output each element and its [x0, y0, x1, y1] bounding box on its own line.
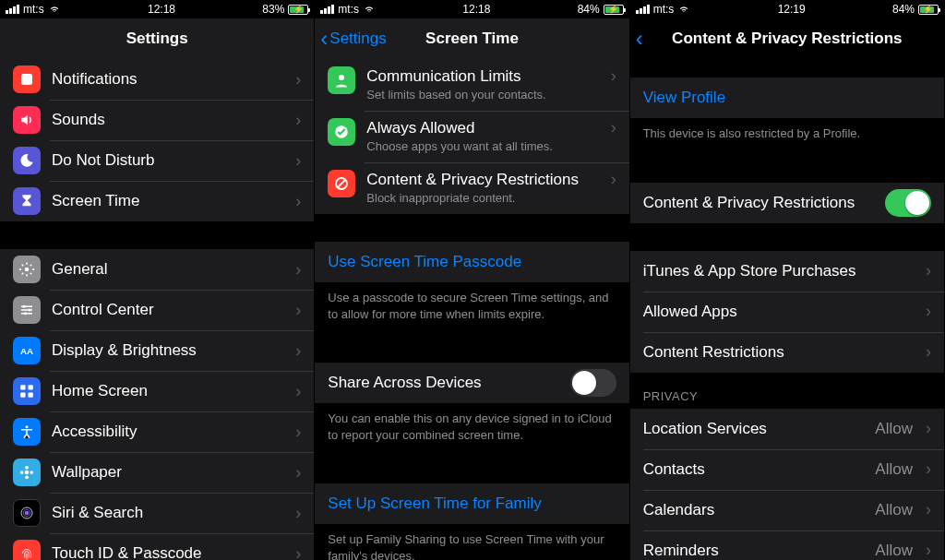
- row-label: Contacts: [643, 459, 876, 480]
- gear-icon: [13, 256, 41, 283]
- chevron-right-icon: ›: [288, 463, 301, 483]
- row-subtitle: Block inappropriate content.: [366, 191, 603, 207]
- aa-icon: AA: [13, 337, 41, 364]
- settings-row[interactable]: Wallpaper›: [0, 452, 314, 493]
- wifi-icon: [363, 5, 376, 14]
- settings-row[interactable]: Home Screen›: [0, 371, 314, 411]
- row-label: Sounds: [52, 110, 288, 130]
- row-label: Notifications: [52, 69, 288, 89]
- back-button[interactable]: ‹ Settings: [320, 18, 386, 59]
- toggle-switch[interactable]: [885, 189, 931, 217]
- chevron-right-icon: ›: [918, 261, 931, 280]
- row-label: Calendars: [643, 500, 876, 520]
- svg-point-10: [26, 425, 29, 428]
- settings-row[interactable]: Content Restrictions›: [630, 332, 944, 373]
- settings-row[interactable]: Sounds›: [0, 100, 314, 140]
- settings-row[interactable]: Accessibility›: [0, 411, 314, 452]
- screentime-list[interactable]: Communication LimitsSet limits based on …: [315, 59, 628, 560]
- settings-row[interactable]: RemindersAllow›: [630, 530, 944, 560]
- row-label: Control Center: [52, 300, 288, 320]
- page-title: Content & Privacy Restrictions: [672, 30, 902, 48]
- row-label: Home Screen: [52, 381, 288, 401]
- carrier-label: mt:s: [338, 3, 359, 16]
- chevron-right-icon: ›: [918, 302, 931, 321]
- siri-icon: [13, 499, 41, 527]
- chevron-right-icon: ›: [288, 70, 301, 89]
- screen-content-privacy: mt:s 12:19 84% ⚡ ‹ Content & Privacy Res…: [630, 0, 945, 560]
- svg-point-4: [24, 312, 27, 315]
- signal-icon: [636, 5, 650, 14]
- battery-icon: ⚡: [604, 5, 624, 15]
- chevron-right-icon: ›: [288, 301, 301, 320]
- chevron-right-icon: ›: [604, 170, 616, 189]
- row-label: Screen Time: [52, 191, 288, 211]
- settings-list[interactable]: Notifications›Sounds›Do Not Disturb›Scre…: [0, 59, 314, 560]
- settings-row[interactable]: Allowed Apps›: [630, 292, 944, 332]
- link-label: Use Screen Time Passcode: [328, 253, 521, 270]
- row-label: Reminders: [643, 541, 876, 561]
- section-footer: You can enable this on any device signed…: [315, 403, 628, 456]
- settings-row[interactable]: ContactsAllow›: [630, 449, 944, 490]
- finger-icon: [13, 540, 41, 560]
- settings-row[interactable]: General›: [0, 249, 314, 290]
- action-link[interactable]: View Profile: [630, 77, 944, 118]
- chevron-right-icon: ›: [288, 423, 301, 442]
- nav-bar: Settings: [0, 18, 314, 59]
- toggle-switch[interactable]: [570, 369, 616, 397]
- settings-row[interactable]: Touch ID & Passcode›: [0, 533, 314, 560]
- svg-rect-7: [29, 385, 33, 389]
- settings-row[interactable]: AADisplay & Brightness›: [0, 330, 314, 371]
- chevron-right-icon: ›: [288, 260, 301, 280]
- row-value: Allow: [875, 460, 913, 479]
- svg-point-14: [20, 471, 24, 474]
- chevron-right-icon: ›: [288, 111, 301, 130]
- page-title: Settings: [126, 30, 188, 48]
- svg-point-20: [339, 75, 344, 80]
- settings-row[interactable]: Do Not Disturb›: [0, 140, 314, 181]
- chevron-right-icon: ›: [918, 459, 931, 479]
- svg-point-11: [25, 471, 30, 475]
- chevron-right-icon: ›: [918, 500, 931, 519]
- settings-row[interactable]: Notifications›: [0, 59, 314, 100]
- row-label: Wallpaper: [52, 462, 288, 483]
- nope-icon: [328, 170, 355, 197]
- chevron-right-icon: ›: [288, 382, 301, 401]
- settings-row[interactable]: Content & Privacy RestrictionsBlock inap…: [315, 162, 628, 214]
- svg-point-13: [25, 475, 29, 479]
- section-footer: This device is also restricted by a Prof…: [630, 118, 944, 155]
- person-icon: [328, 66, 355, 94]
- settings-row[interactable]: Communication LimitsSet limits based on …: [315, 59, 628, 111]
- settings-row[interactable]: Siri & Search›: [0, 493, 314, 533]
- chevron-right-icon: ›: [918, 419, 931, 438]
- settings-row[interactable]: Screen Time›: [0, 181, 314, 221]
- clock: 12:18: [462, 3, 490, 16]
- back-button[interactable]: ‹: [636, 18, 643, 59]
- screen-screentime: mt:s 12:18 84% ⚡ ‹ Settings Screen Time …: [315, 0, 629, 560]
- chevron-right-icon: ›: [288, 341, 301, 361]
- chevron-right-icon: ›: [918, 342, 931, 362]
- page-title: Screen Time: [425, 30, 519, 48]
- nav-bar: ‹ Settings Screen Time: [315, 18, 628, 59]
- action-link[interactable]: Use Screen Time Passcode: [315, 242, 628, 282]
- moon-icon: [13, 147, 41, 174]
- wifi-icon: [677, 5, 690, 14]
- battery-percent: 84%: [892, 3, 915, 16]
- settings-row[interactable]: Control Center›: [0, 290, 314, 330]
- clock: 12:19: [778, 3, 806, 16]
- settings-row[interactable]: CalendarsAllow›: [630, 490, 944, 530]
- section-footer: Use a passcode to secure Screen Time set…: [315, 282, 628, 335]
- row-label: Display & Brightness: [52, 340, 288, 361]
- settings-row[interactable]: Always AllowedChoose apps you want at al…: [315, 111, 628, 162]
- content-privacy-list[interactable]: View ProfileThis device is also restrict…: [630, 59, 944, 560]
- row-subtitle: Set limits based on your contacts.: [366, 88, 603, 103]
- link-label: Set Up Screen Time for Family: [328, 494, 541, 512]
- svg-rect-8: [20, 393, 25, 398]
- svg-point-1: [25, 268, 30, 272]
- flower-icon: [13, 459, 41, 486]
- grid-icon: [13, 377, 41, 405]
- settings-row[interactable]: Location ServicesAllow›: [630, 409, 944, 449]
- settings-row[interactable]: iTunes & App Store Purchases›: [630, 251, 944, 292]
- toggle-row: Share Across Devices: [315, 363, 628, 403]
- action-link[interactable]: Set Up Screen Time for Family: [315, 483, 628, 524]
- svg-line-23: [338, 180, 346, 188]
